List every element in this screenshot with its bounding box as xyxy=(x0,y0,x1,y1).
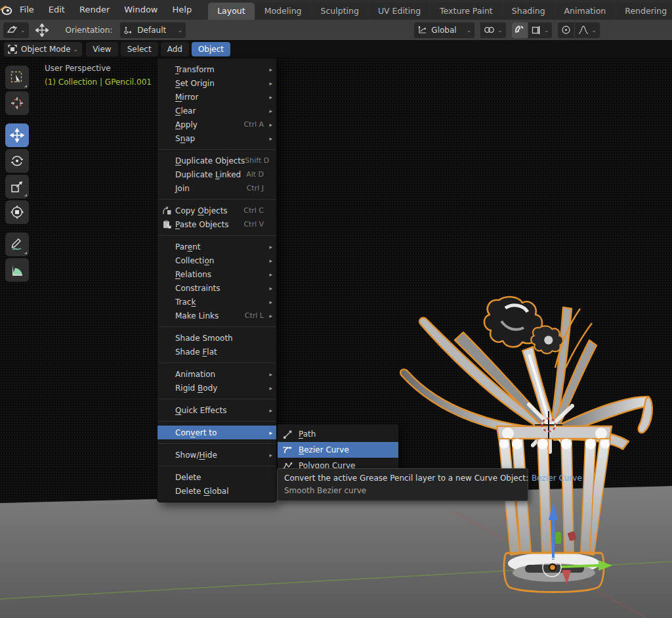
menu-item-apply[interactable]: ApplyCtrl A▸ xyxy=(158,118,276,131)
blender-logo-icon[interactable] xyxy=(0,0,12,20)
submenu-arrow-icon: ▸ xyxy=(266,430,272,436)
topbar-menu-window[interactable]: Window xyxy=(117,0,165,20)
topbar-menus: FileEditRenderWindowHelp xyxy=(12,0,199,20)
submenu-item-label: Bezier Curve xyxy=(299,445,349,454)
menu-item-join[interactable]: JoinCtrl J xyxy=(158,181,276,195)
measure-icon xyxy=(10,263,24,277)
chevron-down-icon: ⌄ xyxy=(544,27,549,33)
submenu-arrow-icon: ▸ xyxy=(266,452,272,458)
menu-item-label: Paste Objects xyxy=(175,220,243,229)
menu-item-label: Delete Global xyxy=(175,487,266,496)
tool-rotate-button[interactable] xyxy=(5,149,29,173)
tool-transform-button[interactable] xyxy=(5,200,29,224)
submenu-item-bezier-curve[interactable]: Bezier Curve xyxy=(278,442,398,458)
submenu-arrow-icon: ▸ xyxy=(266,66,272,73)
menu-item-convert-to[interactable]: Convert to▸ xyxy=(158,426,276,439)
submenu-arrow-icon: ▸ xyxy=(266,135,272,142)
proportional-falloff-dropdown[interactable]: ⌄ xyxy=(575,22,600,38)
scale-icon xyxy=(10,179,24,194)
menu-item-quick-effects[interactable]: Quick Effects▸ xyxy=(158,403,276,417)
submenu-arrow-icon: ▸ xyxy=(266,407,272,414)
menu-item-label: Convert to xyxy=(175,428,266,437)
annotate-icon xyxy=(10,237,24,252)
move-tool-indicator-icon[interactable] xyxy=(35,24,49,37)
menu-item-rigid-body[interactable]: Rigid Body▸ xyxy=(158,381,276,395)
menu-separator xyxy=(158,326,276,327)
tool-scale-button[interactable] xyxy=(5,175,29,198)
select-box-icon xyxy=(10,70,24,85)
tool-select-box-button[interactable] xyxy=(5,66,29,89)
menu-item-set-origin[interactable]: Set Origin▸ xyxy=(158,76,276,90)
topbar-menu-render[interactable]: Render xyxy=(72,0,117,20)
stroke-placement-dropdown[interactable]: ⌄ xyxy=(3,22,29,38)
viewport-menu-view[interactable]: View xyxy=(86,42,117,56)
chevron-down-icon: ⌄ xyxy=(467,27,472,33)
menu-item-delete[interactable]: Delete xyxy=(158,470,276,484)
menu-item-shortcut: Shift D xyxy=(245,156,269,165)
tool-annotate-button[interactable] xyxy=(5,232,29,256)
menu-item-duplicate-objects[interactable]: Duplicate ObjectsShift D xyxy=(158,154,276,167)
topbar-menu-edit[interactable]: Edit xyxy=(41,0,72,20)
menu-item-show-hide[interactable]: Show/Hide▸ xyxy=(158,448,276,462)
submenu-arrow-icon: ▸ xyxy=(266,257,272,264)
tool-measure-button[interactable] xyxy=(5,258,29,282)
menu-item-animation[interactable]: Animation▸ xyxy=(158,367,276,381)
tab-animation[interactable]: Animation xyxy=(555,3,616,20)
menu-item-snap[interactable]: Snap▸ xyxy=(158,131,276,145)
menu-item-label: Relations xyxy=(175,270,266,279)
snap-target-dropdown[interactable]: ⌄ xyxy=(528,22,553,38)
menu-separator xyxy=(158,443,276,444)
snap-toggle[interactable] xyxy=(512,22,528,38)
mode-dropdown[interactable]: Object Mode ⌄ xyxy=(4,42,82,56)
chevron-down-icon: ⌄ xyxy=(591,27,597,33)
copy-icon xyxy=(163,206,175,215)
path-icon xyxy=(283,430,299,439)
topbar-menu-file[interactable]: File xyxy=(12,0,41,20)
chevron-down-icon: ⌄ xyxy=(74,46,79,53)
menu-item-parent[interactable]: Parent▸ xyxy=(158,240,276,254)
tab-shading[interactable]: Shading xyxy=(503,3,555,20)
topbar-menu-help[interactable]: Help xyxy=(165,0,200,20)
viewport-3d[interactable] xyxy=(0,40,672,618)
menu-item-copy-objects[interactable]: Copy ObjectsCtrl C xyxy=(158,204,276,217)
menu-item-shade-smooth[interactable]: Shade Smooth xyxy=(158,331,276,345)
transform-space-dropdown[interactable]: Global ⌄ xyxy=(414,22,474,38)
submenu-arrow-icon: ▸ xyxy=(266,313,272,319)
menu-item-delete-global[interactable]: Delete Global xyxy=(158,484,276,498)
viewport-menu-select[interactable]: Select xyxy=(121,42,158,56)
submenu-item-path[interactable]: Path xyxy=(278,426,398,442)
orientation-value: Default xyxy=(137,26,175,35)
menu-item-label: Make Links xyxy=(175,311,245,320)
menu-item-mirror[interactable]: Mirror▸ xyxy=(158,90,276,104)
tool-move-button[interactable] xyxy=(5,123,29,147)
menu-separator xyxy=(158,466,276,466)
menu-item-constraints[interactable]: Constraints▸ xyxy=(158,281,276,295)
tab-sculpting[interactable]: Sculpting xyxy=(312,3,368,20)
viewport-menu-add[interactable]: Add xyxy=(161,42,189,56)
tab-layout[interactable]: Layout xyxy=(208,3,255,20)
menu-item-duplicate-linked[interactable]: Duplicate LinkedAlt D xyxy=(158,167,276,181)
orientation-label: Orientation: xyxy=(66,26,113,35)
tab-modeling[interactable]: Modeling xyxy=(255,3,311,20)
menu-item-shade-flat[interactable]: Shade Flat xyxy=(158,345,276,359)
menu-item-clear[interactable]: Clear▸ xyxy=(158,104,276,118)
pivot-point-dropdown[interactable]: ⌄ xyxy=(480,22,506,38)
menu-item-label: Animation xyxy=(175,370,266,379)
menu-item-track[interactable]: Track▸ xyxy=(158,295,276,309)
menu-item-paste-objects[interactable]: Paste ObjectsCtrl V xyxy=(158,217,276,231)
tab-uv-editing[interactable]: UV Editing xyxy=(369,3,430,20)
menu-item-label: Set Origin xyxy=(175,79,266,88)
viewport-menu-object[interactable]: Object xyxy=(192,42,230,56)
orientation-dropdown[interactable]: Default ⌄ xyxy=(120,22,186,38)
menu-item-make-links[interactable]: Make LinksCtrl L▸ xyxy=(158,309,276,322)
menu-separator xyxy=(158,149,276,150)
menu-item-relations[interactable]: Relations▸ xyxy=(158,267,276,281)
tool-cursor-button[interactable] xyxy=(5,91,29,115)
proportional-editing-toggle[interactable] xyxy=(558,22,574,38)
chevron-down-icon: ⌄ xyxy=(497,27,503,33)
menu-item-collection[interactable]: Collection▸ xyxy=(158,254,276,267)
tab-texture-paint[interactable]: Texture Paint xyxy=(430,3,502,20)
menu-item-transform[interactable]: Transform▸ xyxy=(158,62,276,76)
tab-rendering[interactable]: Rendering xyxy=(616,3,672,20)
transform-space-value: Global xyxy=(431,26,463,35)
